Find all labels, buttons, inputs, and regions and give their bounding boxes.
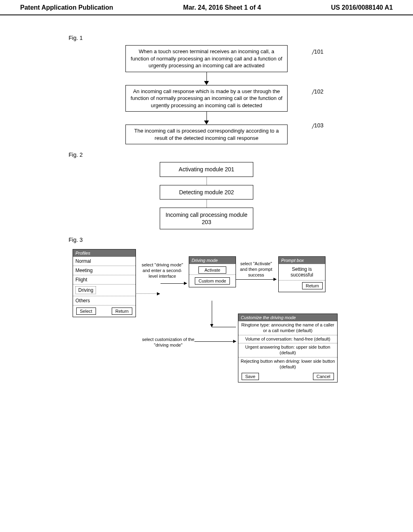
fig2-mod1: Activating module 201: [160, 162, 253, 177]
customize-ringtone[interactable]: Ringtone type: announcing the name of a …: [238, 321, 337, 335]
customize-reject-btn[interactable]: Rejecting button when driving: lower sid…: [238, 357, 337, 371]
return-button[interactable]: Return: [112, 308, 132, 315]
fig1-step3-box: The incoming call is processed correspon…: [125, 125, 288, 144]
fig1-label: Fig. 1: [69, 35, 389, 41]
fig2-mod3: Incoming call processing module 203: [160, 208, 253, 229]
customize-panel: Customize the driving mode Ringtone type…: [238, 314, 338, 382]
select-button[interactable]: Select: [76, 308, 96, 315]
fig1-step1-box: When a touch screen terminal receives an…: [125, 45, 288, 72]
customize-volume[interactable]: Volume of conversation: hand-free (defau…: [238, 335, 337, 344]
return-button-2[interactable]: Return: [302, 282, 323, 289]
arrow-down-icon: [212, 301, 212, 327]
header-left: Patent Application Publication: [20, 4, 113, 11]
profile-item-driving[interactable]: Driving: [73, 285, 136, 296]
prompt-box-panel: Prompt box Setting is successful Return: [278, 256, 325, 292]
header-right: US 2016/0088140 A1: [331, 4, 393, 11]
prompt-box-text: Setting is successful: [279, 264, 325, 281]
fig3-diagram: Profiles Normal Meeting Flight Driving O…: [73, 249, 389, 402]
fig2-mod2: Detecting module 202: [160, 185, 253, 200]
activate-button[interactable]: Activate: [198, 266, 226, 274]
fig2-label: Fig. 2: [69, 152, 389, 158]
profile-item-normal[interactable]: Normal: [73, 257, 136, 266]
arrow2-text: select "Activate" and then prompt succes…: [236, 261, 276, 278]
fig1-flowchart: When a touch screen terminal receives an…: [106, 45, 307, 144]
fig1-step2-num: 102: [313, 88, 323, 95]
profile-item-meeting[interactable]: Meeting: [73, 266, 136, 275]
header-center: Mar. 24, 2016 Sheet 1 of 4: [183, 4, 261, 11]
arrow-down-icon: [204, 121, 209, 125]
custom-mode-button[interactable]: Custom mode: [195, 277, 229, 285]
arrow3-text: select customization of the "driving mod…: [142, 337, 194, 348]
prompt-box-header: Prompt box: [279, 257, 325, 264]
arrow1-text: select "driving mode" and enter a second…: [139, 262, 186, 279]
fig1-step3-num: 103: [313, 122, 323, 129]
fig3-label: Fig. 3: [69, 237, 389, 243]
arrow-right-icon: [194, 341, 236, 342]
profile-item-others[interactable]: Others: [73, 296, 136, 305]
driving-mode-panel: Driving mode Activate Custom mode: [189, 256, 236, 287]
fig2-diagram: Activating module 201 Detecting module 2…: [150, 162, 263, 229]
arrow-down-icon: [204, 81, 209, 85]
page-header: Patent Application Publication Mar. 24, …: [0, 0, 413, 15]
dotted-connector: [136, 293, 160, 294]
profiles-header: Profiles: [73, 249, 136, 257]
save-button[interactable]: Save: [242, 373, 259, 380]
fig1-step1-num: 101: [313, 48, 323, 55]
customize-header: Customize the driving mode: [238, 314, 337, 321]
driving-mode-header: Driving mode: [189, 257, 236, 264]
profiles-panel: Profiles Normal Meeting Flight Driving O…: [73, 249, 136, 317]
arrow-right-icon: [161, 283, 187, 284]
cancel-button[interactable]: Cancel: [313, 373, 334, 380]
customize-urgent-btn[interactable]: Urgent answering button: upper side butt…: [238, 343, 337, 357]
fig1-step2-box: An incoming call response which is made …: [125, 85, 288, 112]
arrow-right-icon: [236, 279, 276, 280]
profile-item-flight[interactable]: Flight: [73, 275, 136, 285]
